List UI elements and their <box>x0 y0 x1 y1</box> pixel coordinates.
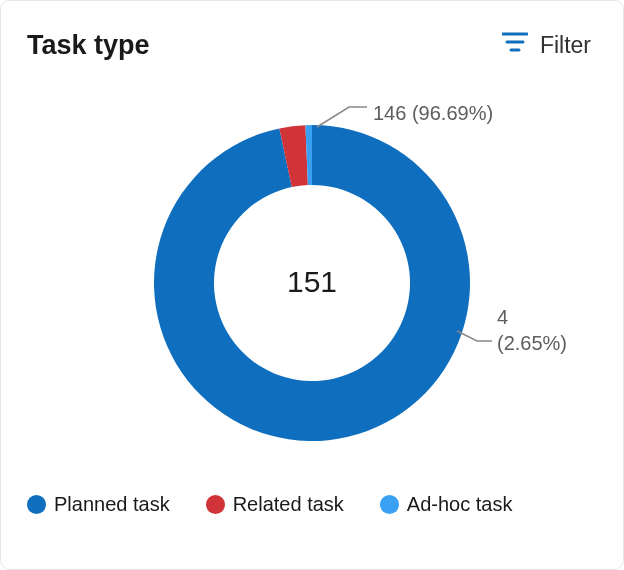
legend-item-adhoc[interactable]: Ad-hoc task <box>380 493 513 516</box>
card-title: Task type <box>27 30 150 61</box>
legend-label-related: Related task <box>233 493 344 516</box>
donut-chart: 151 146 (96.69%) 4 (2.65%) <box>27 65 597 485</box>
donut-center-total: 151 <box>252 265 372 299</box>
callout-related: 4 (2.65%) <box>497 304 567 356</box>
task-type-card: Task type Filter 151 146 (96.69%) 4 (2.6… <box>0 0 624 570</box>
callout-related-value: 4 <box>497 304 567 330</box>
filter-button[interactable]: Filter <box>496 27 597 63</box>
filter-icon <box>502 31 528 59</box>
callout-related-percent: (2.65%) <box>497 330 567 356</box>
legend-swatch-related <box>206 495 225 514</box>
legend-swatch-adhoc <box>380 495 399 514</box>
card-header: Task type Filter <box>27 25 597 65</box>
filter-button-label: Filter <box>540 32 591 59</box>
legend-label-planned: Planned task <box>54 493 170 516</box>
legend-item-planned[interactable]: Planned task <box>27 493 170 516</box>
callout-planned: 146 (96.69%) <box>373 100 493 126</box>
legend-swatch-planned <box>27 495 46 514</box>
legend-item-related[interactable]: Related task <box>206 493 344 516</box>
legend-label-adhoc: Ad-hoc task <box>407 493 513 516</box>
legend: Planned task Related task Ad-hoc task <box>27 493 597 516</box>
